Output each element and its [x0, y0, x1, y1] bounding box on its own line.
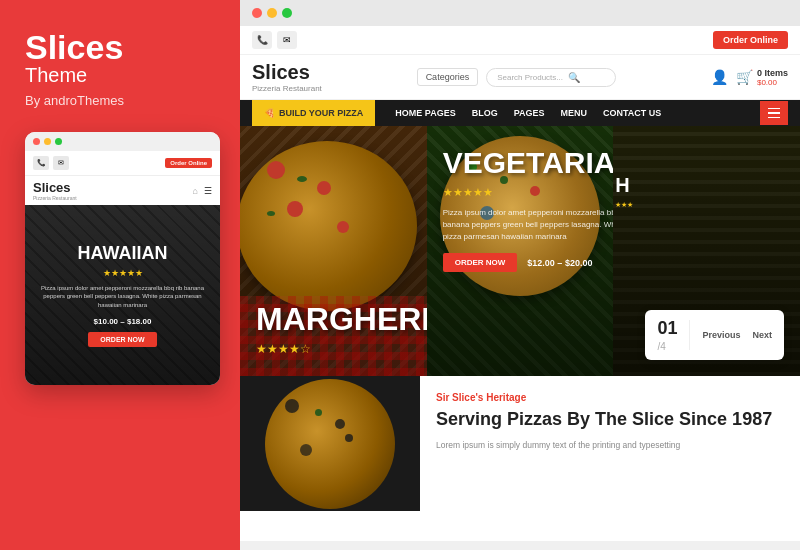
site-phone-icon: 📞 [252, 31, 272, 49]
mini-logo-row: Slices Pizzeria Restaurant ⌂ ☰ [25, 176, 220, 205]
mini-dot-yellow [44, 138, 51, 145]
build-pizza-button[interactable]: 🍕 BUILD YOUR PIZZA [252, 100, 375, 126]
site-logo: Slices Pizzeria Restaurant [252, 61, 322, 93]
mini-hamburger-icon: ☰ [204, 186, 212, 196]
browser-chrome [240, 0, 800, 26]
left-panel: Slices Theme By androThemes 📞 ✉ Order On… [0, 0, 240, 550]
mini-dot-green [55, 138, 62, 145]
pizza-icon: 🍕 [264, 108, 275, 118]
nav-contact[interactable]: CONTACT US [603, 100, 661, 126]
hero-margherita-title: MARGHERITA [256, 301, 427, 338]
nav-home-pages[interactable]: HOME PAGES [395, 100, 455, 126]
site-logobar: Slices Pizzeria Restaurant Categories Se… [240, 55, 800, 100]
hero-vegetarian-actions: ORDER NOW $12.00 – $20.00 [443, 253, 614, 272]
cart-count: 0 Items [757, 68, 788, 78]
pagination-divider [689, 320, 690, 350]
mini-email-icon: ✉ [53, 156, 69, 170]
cart-bag-icon: 🛒 [736, 69, 753, 85]
hero-slide-margherita: MARGHERITA ★★★★☆ [240, 126, 427, 376]
mini-order-button[interactable]: Order Online [165, 158, 212, 168]
site-search-area: Categories Search Products... 🔍 [322, 68, 711, 87]
hero-partial-stars: ★★★ [615, 201, 633, 209]
categories-button[interactable]: Categories [417, 68, 479, 86]
pagination-current: 01 /4 [657, 318, 677, 352]
nav-links: HOME PAGES BLOG PAGES MENU CONTACT US [395, 100, 740, 126]
mini-hero-section: HAWAIIAN ★★★★★ Pizza ipsum dolor amet pe… [25, 205, 220, 385]
mini-browser-mockup: 📞 ✉ Order Online Slices Pizzeria Restaur… [25, 132, 220, 385]
browser-dot-yellow [267, 8, 277, 18]
brand-by: By androThemes [25, 93, 215, 108]
user-icon: 👤 [711, 69, 728, 85]
mini-logo-text: Slices [33, 180, 77, 195]
nav-menu[interactable]: MENU [561, 100, 588, 126]
mini-phone-icon: 📞 [33, 156, 49, 170]
mini-home-icon: ⌂ [193, 186, 198, 196]
nav-pages[interactable]: PAGES [514, 100, 545, 126]
site-logo-sub: Pizzeria Restaurant [252, 84, 322, 93]
website-mockup: 📞 ✉ Order Online Slices Pizzeria Restaur… [240, 26, 800, 541]
hero-margherita-stars: ★★★★☆ [256, 342, 427, 356]
pagination-prev-button[interactable]: Previous [702, 330, 740, 340]
hero-vegetarian-content: VEGETARIAN ★★★★★ Pizza ipsum dolor amet … [443, 146, 614, 272]
hamburger-lines-icon [768, 108, 780, 119]
heritage-title: Serving Pizzas By The Slice Since 1987 [436, 409, 784, 431]
mini-pizza-title: HAWAIIAN [78, 243, 168, 264]
mini-order-large-button[interactable]: ORDER NOW [88, 332, 156, 347]
nav-hamburger-button[interactable] [760, 101, 788, 125]
site-logo-text: Slices [252, 61, 322, 84]
right-panel: 📞 ✉ Order Online Slices Pizzeria Restaur… [240, 0, 800, 550]
hero-partial-title: H [615, 174, 633, 197]
heritage-description: Lorem ipsum is simply dummy text of the … [436, 439, 784, 452]
brand-title: Slices [25, 30, 215, 64]
nav-blog[interactable]: BLOG [472, 100, 498, 126]
cart-price: $0.00 [757, 78, 788, 87]
heritage-pizza-image [240, 376, 420, 511]
hero-margherita-content: MARGHERITA ★★★★☆ [256, 301, 427, 356]
mini-nav-icons: ⌂ ☰ [193, 186, 212, 196]
site-topbar: 📞 ✉ Order Online [240, 26, 800, 55]
brand-subtitle: Theme [25, 64, 215, 87]
mini-price: $10.00 – $18.00 [94, 317, 152, 326]
pagination-next-button[interactable]: Next [752, 330, 772, 340]
hero-vegetarian-desc: Pizza ipsum dolor amet pepperoni mozzare… [443, 207, 614, 243]
mini-logo-sub: Pizzeria Restaurant [33, 195, 77, 201]
browser-dot-red [252, 8, 262, 18]
mini-contact-icons: 📞 ✉ [33, 156, 69, 170]
heritage-content: Sir Slice's Heritage Serving Pizzas By T… [420, 376, 800, 511]
site-order-button[interactable]: Order Online [713, 31, 788, 49]
search-icon: 🔍 [568, 72, 580, 83]
hero-vegetarian-title: VEGETARIAN [443, 146, 614, 180]
hero-order-button[interactable]: ORDER NOW [443, 253, 518, 272]
site-cart: 👤 🛒 0 Items $0.00 [711, 68, 788, 87]
site-hero: MARGHERITA ★★★★☆ VEGETARIAN ★★★★★ Pizza … [240, 126, 800, 376]
heritage-label: Sir Slice's Heritage [436, 392, 784, 403]
site-email-icon: ✉ [277, 31, 297, 49]
site-navbar: 🍕 BUILD YOUR PIZZA HOME PAGES BLOG PAGES… [240, 100, 800, 126]
cart-icon[interactable]: 🛒 0 Items $0.00 [736, 68, 788, 87]
site-contact-icons: 📞 ✉ [252, 31, 297, 49]
search-box[interactable]: Search Products... 🔍 [486, 68, 616, 87]
mini-stars: ★★★★★ [103, 268, 143, 278]
site-lower-section: Sir Slice's Heritage Serving Pizzas By T… [240, 376, 800, 511]
mini-dot-red [33, 138, 40, 145]
mini-site-header: 📞 ✉ Order Online [25, 151, 220, 176]
mini-browser-bar [25, 132, 220, 151]
hero-slide-vegetarian: VEGETARIAN ★★★★★ Pizza ipsum dolor amet … [427, 126, 614, 376]
mini-description: Pizza ipsum dolor amet pepperoni mozzare… [33, 284, 212, 309]
browser-dot-green [282, 8, 292, 18]
hero-vegetarian-stars: ★★★★★ [443, 186, 614, 199]
search-placeholder: Search Products... [497, 73, 563, 82]
pagination-overlay: 01 /4 Previous Next [645, 310, 784, 360]
hero-price: $12.00 – $20.00 [527, 258, 592, 268]
